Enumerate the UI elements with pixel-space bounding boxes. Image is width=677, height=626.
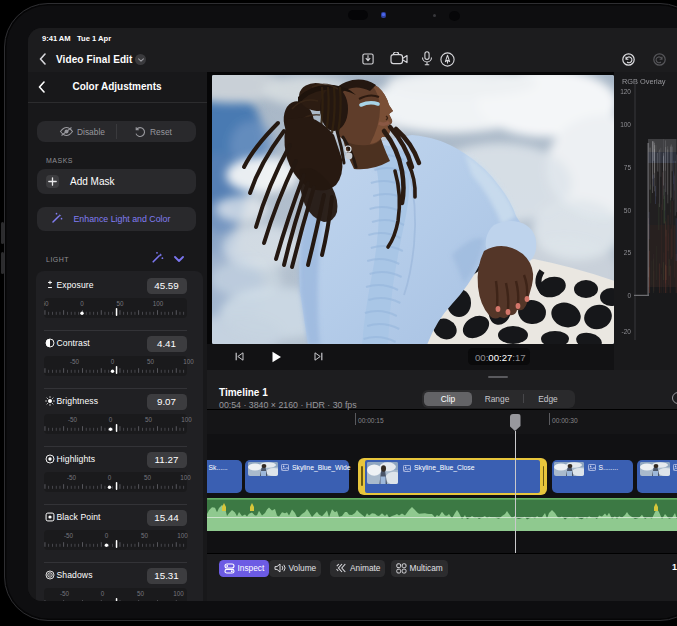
svg-text:50: 50	[140, 532, 148, 539]
svg-text:0: 0	[80, 300, 84, 307]
svg-text:50: 50	[143, 474, 151, 481]
svg-text:100: 100	[152, 300, 163, 307]
svg-text:-50: -50	[66, 474, 76, 481]
svg-text:0: 0	[108, 416, 112, 423]
svg-text:0: 0	[100, 590, 104, 597]
svg-text:100: 100	[183, 358, 194, 365]
svg-text:100: 100	[173, 590, 184, 597]
svg-text:50: 50	[116, 300, 124, 307]
svg-text:-50: -50	[63, 532, 73, 539]
svg-text:50: 50	[146, 358, 154, 365]
svg-text:100: 100	[181, 416, 192, 423]
svg-text:-50: -50	[69, 358, 79, 365]
svg-text:0: 0	[104, 532, 108, 539]
svg-text:0: 0	[110, 358, 114, 365]
svg-text:100: 100	[180, 474, 191, 481]
svg-text:50: 50	[144, 416, 152, 423]
svg-text:-50: -50	[59, 590, 69, 597]
svg-text:100: 100	[177, 532, 188, 539]
svg-text:-50: -50	[44, 300, 49, 307]
svg-text:50: 50	[136, 590, 144, 597]
svg-text:0: 0	[107, 474, 111, 481]
svg-text:-50: -50	[67, 416, 77, 423]
